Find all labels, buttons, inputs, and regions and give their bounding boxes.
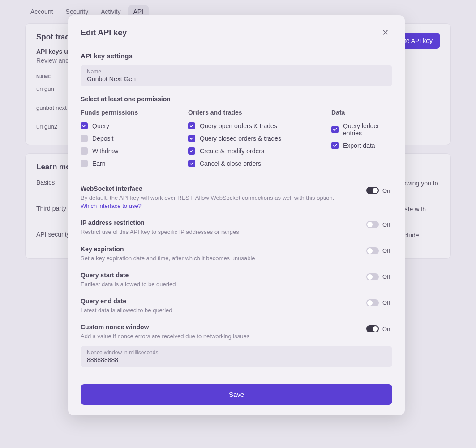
close-icon[interactable]: ✕ xyxy=(378,26,392,39)
orders-title: Orders and trades xyxy=(188,109,331,116)
checkbox-icon[interactable] xyxy=(81,147,88,155)
checkbox-icon[interactable] xyxy=(331,142,339,149)
checkbox-icon[interactable] xyxy=(188,147,195,155)
data-item[interactable]: Query ledger entries xyxy=(331,122,392,137)
data-item[interactable]: Export data xyxy=(331,142,392,149)
setting-title: Key expiration xyxy=(81,246,255,253)
toggle-switch[interactable] xyxy=(366,247,379,254)
nonce-input[interactable] xyxy=(87,356,386,363)
select-permission-title: Select at least one permission xyxy=(81,95,392,103)
orders-label: Cancel & close orders xyxy=(200,160,261,167)
nonce-field[interactable]: Nonce window in milliseconds xyxy=(81,346,392,367)
toggle-switch[interactable] xyxy=(366,299,379,306)
setting-row: WebSocket interfaceBy default, the API k… xyxy=(81,178,392,212)
setting-title: Custom nonce window xyxy=(81,323,249,331)
edit-api-key-modal: Edit API key ✕ API key settings Name Sel… xyxy=(68,15,405,415)
data-title: Data xyxy=(331,109,392,116)
toggle-state-label: Off xyxy=(382,273,392,280)
orders-label: Query closed orders & trades xyxy=(200,135,281,142)
setting-title: WebSocket interface xyxy=(81,185,334,192)
api-key-settings-title: API key settings xyxy=(81,52,392,60)
setting-row: Key expirationSet a key expiration date … xyxy=(81,238,392,264)
checkbox-icon[interactable] xyxy=(188,122,195,129)
orders-label: Create & modify orders xyxy=(200,147,264,155)
toggle-state-label: On xyxy=(382,326,392,332)
setting-desc: Add a value if nonce errors are received… xyxy=(81,332,249,340)
row-menu-icon[interactable]: ⋮ xyxy=(426,84,440,94)
funds-label: Deposit xyxy=(92,135,113,142)
name-field[interactable]: Name xyxy=(81,65,392,86)
funds-item[interactable]: Query xyxy=(81,122,188,129)
save-button[interactable]: Save xyxy=(81,384,392,405)
data-permissions-col: Data Query ledger entriesExport data xyxy=(331,109,392,172)
checkbox-icon[interactable] xyxy=(188,160,195,167)
api-key-name: uri gun xyxy=(36,86,54,92)
data-label: Export data xyxy=(343,142,375,149)
orders-permissions-col: Orders and trades Query open orders & tr… xyxy=(188,109,331,172)
row-menu-icon[interactable]: ⋮ xyxy=(426,103,440,112)
funds-label: Earn xyxy=(92,160,106,167)
setting-title: Query end date xyxy=(81,297,172,305)
funds-title: Funds permissions xyxy=(81,109,188,116)
nonce-label: Nonce window in milliseconds xyxy=(87,349,386,356)
data-label: Query ledger entries xyxy=(343,122,392,137)
toggle-switch[interactable] xyxy=(366,221,379,228)
toggle-state-label: On xyxy=(382,187,392,194)
funds-permissions-col: Funds permissions QueryDepositWithdrawEa… xyxy=(81,109,188,172)
checkbox-icon[interactable] xyxy=(81,122,88,129)
orders-item[interactable]: Create & modify orders xyxy=(188,147,331,155)
setting-row: Custom nonce windowAdd a value if nonce … xyxy=(81,316,392,342)
toggle-state-label: Off xyxy=(382,299,392,306)
funds-item[interactable]: Withdraw xyxy=(81,147,188,155)
setting-desc: Set a key expiration date and time, afte… xyxy=(81,254,255,263)
checkbox-icon[interactable] xyxy=(331,126,339,133)
setting-desc: Latest data is allowed to be queried xyxy=(81,306,172,314)
modal-title: Edit API key xyxy=(81,28,127,38)
orders-label: Query open orders & trades xyxy=(200,122,277,129)
api-key-name: uri gun2 xyxy=(36,123,57,130)
setting-desc: Earliest data is allowed to be queried xyxy=(81,280,176,289)
setting-title: IP address restriction xyxy=(81,219,239,226)
orders-item[interactable]: Query closed orders & trades xyxy=(188,135,331,142)
name-input[interactable] xyxy=(87,75,386,82)
funds-label: Withdraw xyxy=(92,147,118,155)
name-label: Name xyxy=(87,69,386,75)
orders-item[interactable]: Query open orders & trades xyxy=(188,122,331,129)
checkbox-icon[interactable] xyxy=(81,135,88,142)
funds-label: Query xyxy=(92,122,109,129)
row-menu-icon[interactable]: ⋮ xyxy=(426,121,440,131)
toggle-switch[interactable] xyxy=(366,187,379,194)
orders-item[interactable]: Cancel & close orders xyxy=(188,160,331,167)
setting-title: Query start date xyxy=(81,271,176,279)
checkbox-icon[interactable] xyxy=(81,160,88,167)
toggle-state-label: Off xyxy=(382,247,392,254)
setting-row: Query start dateEarliest data is allowed… xyxy=(81,264,392,290)
toggle-switch[interactable] xyxy=(366,325,379,332)
interface-help-link[interactable]: Which interface to use? xyxy=(81,202,142,209)
setting-row: Query end dateLatest data is allowed to … xyxy=(81,290,392,316)
toggle-switch[interactable] xyxy=(366,273,379,280)
tab-account[interactable]: Account xyxy=(25,5,59,18)
funds-item[interactable]: Earn xyxy=(81,160,188,167)
setting-desc: By default, the API key will work over R… xyxy=(81,194,334,210)
toggle-state-label: Off xyxy=(382,221,392,228)
funds-item[interactable]: Deposit xyxy=(81,135,188,142)
checkbox-icon[interactable] xyxy=(188,135,195,142)
setting-row: IP address restrictionRestrict use of th… xyxy=(81,212,392,238)
setting-desc: Restrict use of this API key to specific… xyxy=(81,228,239,236)
